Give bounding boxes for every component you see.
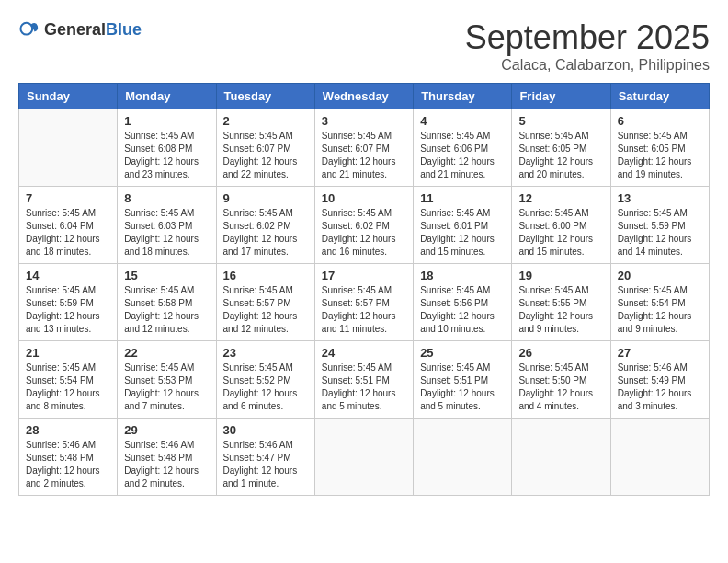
day-info: Sunrise: 5:45 AM Sunset: 6:07 PM Dayligh… (322, 130, 406, 181)
day-number: 23 (223, 346, 308, 360)
calendar-cell: 16Sunrise: 5:45 AM Sunset: 5:57 PM Dayli… (216, 264, 314, 341)
calendar-cell (19, 109, 118, 187)
day-info: Sunrise: 5:45 AM Sunset: 5:51 PM Dayligh… (322, 362, 406, 413)
day-number: 11 (420, 191, 505, 205)
day-info: Sunrise: 5:45 AM Sunset: 6:05 PM Dayligh… (618, 130, 702, 181)
day-info: Sunrise: 5:45 AM Sunset: 5:59 PM Dayligh… (618, 207, 702, 259)
day-info: Sunrise: 5:45 AM Sunset: 5:59 PM Dayligh… (26, 284, 110, 336)
day-number: 6 (618, 114, 702, 128)
day-number: 14 (26, 269, 110, 282)
calendar-cell: 1Sunrise: 5:45 AM Sunset: 6:08 PM Daylig… (118, 109, 216, 187)
calendar-cell: 4Sunrise: 5:45 AM Sunset: 6:06 PM Daylig… (414, 109, 512, 187)
day-info: Sunrise: 5:45 AM Sunset: 5:55 PM Dayligh… (518, 284, 603, 336)
calendar-cell: 8Sunrise: 5:45 AM Sunset: 6:03 PM Daylig… (118, 187, 216, 264)
calendar-cell (512, 419, 610, 496)
day-number: 5 (518, 114, 603, 128)
calendar-body: 1Sunrise: 5:45 AM Sunset: 6:08 PM Daylig… (19, 109, 710, 496)
day-number: 21 (26, 346, 110, 360)
day-number: 29 (124, 423, 209, 437)
day-header-tuesday: Tuesday (216, 84, 314, 109)
calendar-cell: 18Sunrise: 5:45 AM Sunset: 5:56 PM Dayli… (414, 264, 512, 341)
day-header-thursday: Thursday (414, 84, 512, 109)
day-info: Sunrise: 5:45 AM Sunset: 5:56 PM Dayligh… (420, 284, 505, 336)
calendar-cell: 14Sunrise: 5:45 AM Sunset: 5:59 PM Dayli… (19, 264, 118, 341)
day-info: Sunrise: 5:46 AM Sunset: 5:49 PM Dayligh… (618, 362, 702, 413)
day-info: Sunrise: 5:45 AM Sunset: 5:54 PM Dayligh… (618, 284, 702, 336)
day-number: 9 (223, 191, 308, 205)
calendar-cell: 20Sunrise: 5:45 AM Sunset: 5:54 PM Dayli… (610, 264, 709, 341)
day-number: 24 (322, 346, 406, 360)
calendar-cell: 13Sunrise: 5:45 AM Sunset: 5:59 PM Dayli… (610, 187, 709, 264)
calendar-cell: 19Sunrise: 5:45 AM Sunset: 5:55 PM Dayli… (512, 264, 610, 341)
day-number: 13 (618, 191, 702, 205)
svg-point-0 (20, 23, 32, 35)
calendar-cell: 26Sunrise: 5:45 AM Sunset: 5:50 PM Dayli… (512, 341, 610, 419)
calendar-cell: 22Sunrise: 5:45 AM Sunset: 5:53 PM Dayli… (118, 341, 216, 419)
day-number: 25 (420, 346, 505, 360)
day-number: 27 (618, 346, 702, 360)
day-number: 22 (124, 346, 209, 360)
calendar-cell: 10Sunrise: 5:45 AM Sunset: 6:02 PM Dayli… (314, 187, 413, 264)
logo-general: General (44, 20, 106, 39)
day-header-saturday: Saturday (610, 84, 709, 109)
day-info: Sunrise: 5:45 AM Sunset: 6:05 PM Dayligh… (518, 130, 603, 181)
day-number: 20 (618, 269, 702, 282)
calendar-cell (314, 419, 413, 496)
calendar-week-2: 7Sunrise: 5:45 AM Sunset: 6:04 PM Daylig… (19, 187, 710, 264)
day-info: Sunrise: 5:45 AM Sunset: 5:54 PM Dayligh… (26, 362, 110, 413)
location-title: Calaca, Calabarzon, Philippines (465, 57, 710, 74)
day-number: 8 (124, 191, 209, 205)
day-number: 1 (124, 114, 209, 128)
day-header-friday: Friday (512, 84, 610, 109)
calendar-week-5: 28Sunrise: 5:46 AM Sunset: 5:48 PM Dayli… (19, 419, 710, 496)
logo-blue: Blue (106, 20, 142, 39)
day-info: Sunrise: 5:45 AM Sunset: 5:57 PM Dayligh… (322, 284, 406, 336)
day-number: 10 (322, 191, 406, 205)
calendar-cell: 11Sunrise: 5:45 AM Sunset: 6:01 PM Dayli… (414, 187, 512, 264)
day-info: Sunrise: 5:45 AM Sunset: 5:58 PM Dayligh… (124, 284, 209, 336)
day-info: Sunrise: 5:45 AM Sunset: 6:08 PM Dayligh… (124, 130, 209, 181)
calendar-week-3: 14Sunrise: 5:45 AM Sunset: 5:59 PM Dayli… (19, 264, 710, 341)
day-info: Sunrise: 5:45 AM Sunset: 6:01 PM Dayligh… (420, 207, 505, 259)
day-number: 15 (124, 269, 209, 282)
day-number: 2 (223, 114, 308, 128)
calendar-cell: 9Sunrise: 5:45 AM Sunset: 6:02 PM Daylig… (216, 187, 314, 264)
calendar-cell: 6Sunrise: 5:45 AM Sunset: 6:05 PM Daylig… (610, 109, 709, 187)
day-info: Sunrise: 5:45 AM Sunset: 5:52 PM Dayligh… (223, 362, 308, 413)
calendar-cell: 17Sunrise: 5:45 AM Sunset: 5:57 PM Dayli… (314, 264, 413, 341)
page-header: GeneralBlue September 2025 Calaca, Calab… (18, 18, 710, 74)
calendar-week-1: 1Sunrise: 5:45 AM Sunset: 6:08 PM Daylig… (19, 109, 710, 187)
calendar-cell: 29Sunrise: 5:46 AM Sunset: 5:48 PM Dayli… (118, 419, 216, 496)
day-number: 7 (26, 191, 110, 205)
day-info: Sunrise: 5:45 AM Sunset: 6:07 PM Dayligh… (223, 130, 308, 181)
calendar-cell: 7Sunrise: 5:45 AM Sunset: 6:04 PM Daylig… (19, 187, 118, 264)
title-block: September 2025 Calaca, Calabarzon, Phili… (465, 18, 710, 74)
day-number: 18 (420, 269, 505, 282)
day-number: 30 (223, 423, 308, 437)
day-number: 3 (322, 114, 406, 128)
day-number: 16 (223, 269, 308, 282)
logo: GeneralBlue (18, 18, 142, 40)
day-info: Sunrise: 5:45 AM Sunset: 6:04 PM Dayligh… (26, 207, 110, 259)
calendar-cell (610, 419, 709, 496)
day-info: Sunrise: 5:45 AM Sunset: 6:02 PM Dayligh… (223, 207, 308, 259)
day-info: Sunrise: 5:46 AM Sunset: 5:47 PM Dayligh… (223, 439, 308, 490)
calendar-cell: 12Sunrise: 5:45 AM Sunset: 6:00 PM Dayli… (512, 187, 610, 264)
day-info: Sunrise: 5:46 AM Sunset: 5:48 PM Dayligh… (124, 439, 209, 490)
calendar-table: SundayMondayTuesdayWednesdayThursdayFrid… (18, 83, 710, 496)
day-number: 17 (322, 269, 406, 282)
day-info: Sunrise: 5:45 AM Sunset: 5:57 PM Dayligh… (223, 284, 308, 336)
calendar-cell: 21Sunrise: 5:45 AM Sunset: 5:54 PM Dayli… (19, 341, 118, 419)
calendar-cell: 24Sunrise: 5:45 AM Sunset: 5:51 PM Dayli… (314, 341, 413, 419)
day-header-wednesday: Wednesday (314, 84, 413, 109)
calendar-cell: 27Sunrise: 5:46 AM Sunset: 5:49 PM Dayli… (610, 341, 709, 419)
day-info: Sunrise: 5:46 AM Sunset: 5:48 PM Dayligh… (26, 439, 110, 490)
calendar-header-row: SundayMondayTuesdayWednesdayThursdayFrid… (19, 84, 710, 109)
day-number: 4 (420, 114, 505, 128)
calendar-cell: 5Sunrise: 5:45 AM Sunset: 6:05 PM Daylig… (512, 109, 610, 187)
day-number: 28 (26, 423, 110, 437)
calendar-week-4: 21Sunrise: 5:45 AM Sunset: 5:54 PM Dayli… (19, 341, 710, 419)
day-info: Sunrise: 5:45 AM Sunset: 6:03 PM Dayligh… (124, 207, 209, 259)
day-info: Sunrise: 5:45 AM Sunset: 5:50 PM Dayligh… (518, 362, 603, 413)
day-info: Sunrise: 5:45 AM Sunset: 6:06 PM Dayligh… (420, 130, 505, 181)
